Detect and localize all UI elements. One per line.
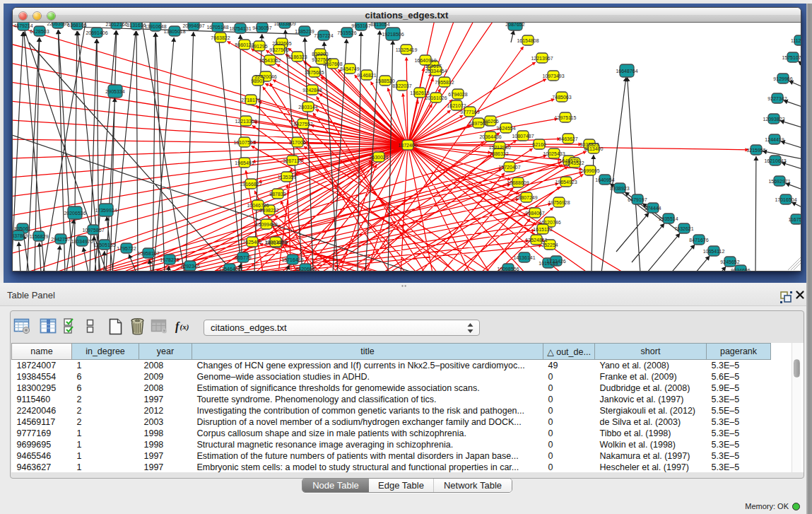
svg-text:15751074: 15751074 xyxy=(782,55,801,60)
svg-text:10807487: 10807487 xyxy=(512,134,534,139)
svg-text:19098556: 19098556 xyxy=(497,267,519,271)
svg-text:10973493: 10973493 xyxy=(542,74,564,78)
svg-text:20161026: 20161026 xyxy=(425,95,447,100)
svg-text:7625402: 7625402 xyxy=(242,240,261,245)
svg-text:2935514: 2935514 xyxy=(659,216,678,221)
svg-text:19166827: 19166827 xyxy=(240,182,261,187)
svg-text:2087652: 2087652 xyxy=(505,23,524,27)
svg-text:832203: 832203 xyxy=(312,52,328,57)
svg-text:9327506: 9327506 xyxy=(269,47,288,52)
svg-text:6420686: 6420686 xyxy=(295,267,314,271)
svg-text:7386322: 7386322 xyxy=(489,151,508,156)
svg-text:6368105: 6368105 xyxy=(67,23,86,28)
svg-text:11325419: 11325419 xyxy=(396,47,418,52)
svg-text:6128503: 6128503 xyxy=(30,29,49,34)
svg-text:98901: 98901 xyxy=(251,78,265,83)
svg-text:3875685: 3875685 xyxy=(305,70,324,75)
svg-text:4679214: 4679214 xyxy=(13,23,33,28)
svg-text:2530021: 2530021 xyxy=(369,155,388,160)
svg-text:9034686: 9034686 xyxy=(731,268,750,271)
svg-text:3215955: 3215955 xyxy=(746,148,765,153)
svg-text:9837869: 9837869 xyxy=(13,233,28,238)
svg-text:8938923: 8938923 xyxy=(610,186,629,191)
svg-text:817006: 817006 xyxy=(289,140,305,145)
svg-text:13524861: 13524861 xyxy=(525,238,547,243)
svg-text:16154808: 16154808 xyxy=(517,38,539,43)
svg-text:16640910: 16640910 xyxy=(414,58,436,63)
svg-text:21012166: 21012166 xyxy=(105,23,127,27)
svg-text:9245652: 9245652 xyxy=(720,259,739,264)
svg-text:16099489: 16099489 xyxy=(255,222,277,227)
svg-text:1156829: 1156829 xyxy=(30,234,49,239)
svg-text:8471676: 8471676 xyxy=(689,238,708,243)
svg-text:7663822: 7663822 xyxy=(211,35,230,40)
svg-text:16033809: 16033809 xyxy=(273,23,295,26)
svg-text:1112705: 1112705 xyxy=(791,38,801,43)
svg-text:13805018: 13805018 xyxy=(163,29,185,34)
svg-text:10958107: 10958107 xyxy=(137,251,159,256)
svg-text:18754131: 18754131 xyxy=(229,26,251,31)
svg-text:1385239: 1385239 xyxy=(295,29,314,34)
svg-text:2867608: 2867608 xyxy=(323,62,342,66)
svg-text:0699695: 0699695 xyxy=(580,168,599,173)
svg-text:3131636: 3131636 xyxy=(126,23,146,28)
svg-text:887833: 887833 xyxy=(269,192,286,197)
svg-text:1362615: 1362615 xyxy=(410,90,429,95)
svg-text:16648764: 16648764 xyxy=(616,69,637,74)
svg-text:10046786: 10046786 xyxy=(247,203,269,208)
svg-text:16210643: 16210643 xyxy=(764,158,786,163)
svg-text:7515526: 7515526 xyxy=(337,30,356,35)
svg-text:19218506: 19218506 xyxy=(382,32,404,37)
svg-text:9777169: 9777169 xyxy=(460,110,479,115)
svg-text:9343522: 9343522 xyxy=(565,160,584,165)
svg-text:18807249: 18807249 xyxy=(515,195,537,200)
svg-text:1135359: 1135359 xyxy=(278,175,297,180)
svg-text:6794028: 6794028 xyxy=(448,92,467,97)
svg-text:15212940: 15212940 xyxy=(488,145,510,150)
svg-text:17359924: 17359924 xyxy=(95,208,117,213)
svg-text:1640954: 1640954 xyxy=(595,177,614,182)
svg-text:9084067: 9084067 xyxy=(525,211,544,216)
svg-text:8322037: 8322037 xyxy=(392,83,411,88)
svg-text:9129966: 9129966 xyxy=(773,76,792,81)
svg-text:16705148: 16705148 xyxy=(206,25,228,30)
svg-text:2803144: 2803144 xyxy=(298,105,317,110)
svg-text:9436057: 9436057 xyxy=(252,25,271,30)
svg-text:8113400: 8113400 xyxy=(584,146,604,151)
svg-text:12213967: 12213967 xyxy=(531,56,553,61)
svg-text:20691406: 20691406 xyxy=(86,30,107,35)
svg-text:13546466: 13546466 xyxy=(218,267,240,271)
svg-text:1244419: 1244419 xyxy=(765,137,784,142)
svg-text:(x): (x) xyxy=(180,322,189,332)
svg-text:6479197: 6479197 xyxy=(628,197,647,202)
svg-text:15692971: 15692971 xyxy=(768,179,790,184)
svg-text:835061: 835061 xyxy=(14,226,30,231)
svg-text:8454749: 8454749 xyxy=(340,66,359,71)
svg-text:7955812: 7955812 xyxy=(435,80,454,85)
svg-text:746266: 746266 xyxy=(482,119,498,124)
svg-text:1965493: 1965493 xyxy=(235,160,254,165)
svg-text:3624554: 3624554 xyxy=(496,126,515,131)
svg-text:1615132: 1615132 xyxy=(533,227,552,232)
svg-text:12975115: 12975115 xyxy=(555,115,577,120)
svg-text:16120746: 16120746 xyxy=(539,220,560,225)
svg-text:2905334: 2905334 xyxy=(105,89,124,94)
svg-text:1621072: 1621072 xyxy=(447,103,466,108)
svg-text:10654112: 10654112 xyxy=(703,249,725,254)
svg-text:19093688: 19093688 xyxy=(264,240,286,245)
svg-text:15716485: 15716485 xyxy=(281,257,303,262)
svg-text:9227342: 9227342 xyxy=(767,96,787,101)
svg-text:1795722: 1795722 xyxy=(117,246,136,251)
svg-text:2718176: 2718176 xyxy=(241,98,260,103)
svg-text:965779: 965779 xyxy=(235,255,251,260)
svg-text:3267130: 3267130 xyxy=(283,158,302,163)
svg-text:17016504: 17016504 xyxy=(775,197,796,202)
svg-text:1588520: 1588520 xyxy=(375,78,394,83)
svg-text:7485063: 7485063 xyxy=(552,95,571,100)
svg-text:1678275: 1678275 xyxy=(160,257,179,262)
svg-text:10975867: 10975867 xyxy=(82,228,104,233)
svg-text:9463627: 9463627 xyxy=(558,136,577,141)
svg-text:18034970: 18034970 xyxy=(71,239,93,244)
svg-text:3498222: 3498222 xyxy=(259,208,278,213)
svg-text:19654923: 19654923 xyxy=(555,180,577,185)
